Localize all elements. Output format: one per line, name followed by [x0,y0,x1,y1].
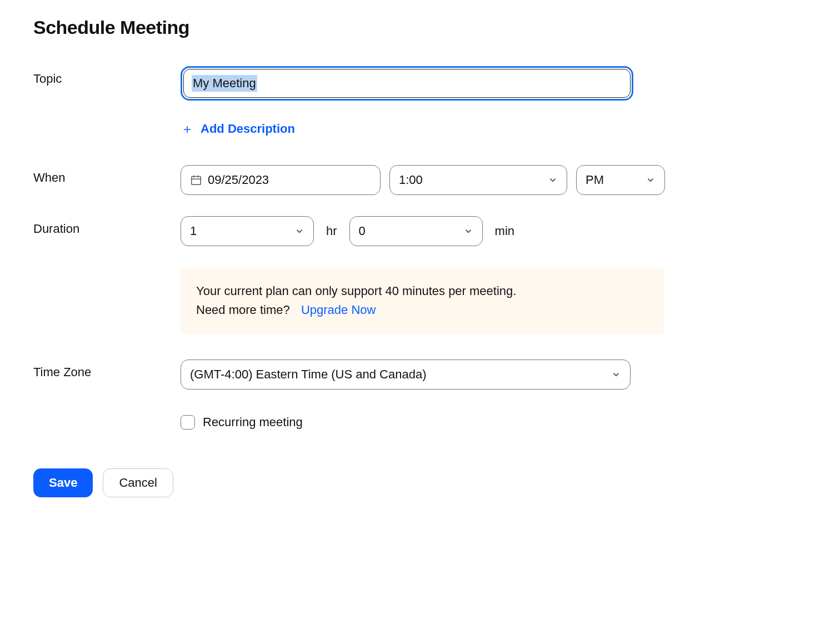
plan-notice-line2-prefix: Need more time? [196,303,290,317]
when-label: When [33,165,181,185]
recurring-row: Recurring meeting [33,415,807,430]
timezone-label: Time Zone [33,360,181,380]
chevron-down-icon [548,175,558,185]
chevron-down-icon [294,226,304,236]
topic-input[interactable]: My Meeting [183,69,631,98]
when-row: When 09/25/2023 1:00 PM [33,165,807,195]
save-button[interactable]: Save [33,468,93,497]
timezone-row: Time Zone (GMT-4:00) Eastern Time (US an… [33,360,807,390]
svg-rect-0 [192,177,201,185]
duration-minutes-select[interactable]: 0 [349,216,483,246]
duration-hours-select[interactable]: 1 [181,216,314,246]
chevron-down-icon [611,370,621,380]
timezone-select[interactable]: (GMT-4:00) Eastern Time (US and Canada) [181,360,631,390]
minutes-unit-label: min [492,224,518,238]
chevron-down-icon [463,226,473,236]
topic-input-value: My Meeting [192,75,257,92]
recurring-checkbox[interactable] [181,415,195,430]
chevron-down-icon [646,175,656,185]
calendar-icon [190,174,202,186]
add-description-label: Add Description [201,122,295,136]
action-buttons: Save Cancel [33,468,807,497]
upgrade-now-link[interactable]: Upgrade Now [301,303,376,317]
topic-label: Topic [33,66,181,86]
ampm-value: PM [586,173,604,187]
plan-limit-notice: Your current plan can only support 40 mi… [181,267,664,334]
plan-notice-row: Your current plan can only support 40 mi… [33,267,807,334]
time-select[interactable]: 1:00 [389,165,567,195]
topic-input-focus-ring: My Meeting [181,66,633,101]
page-title: Schedule Meeting [33,17,807,38]
duration-label: Duration [33,216,181,236]
date-picker[interactable]: 09/25/2023 [181,165,381,195]
plan-notice-line1: Your current plan can only support 40 mi… [196,282,648,301]
hours-unit-label: hr [323,224,341,238]
recurring-label: Recurring meeting [203,415,303,430]
duration-minutes-value: 0 [359,224,366,238]
duration-row: Duration 1 hr 0 min [33,216,807,246]
topic-row: Topic My Meeting [33,66,807,101]
plus-icon: ＋ [181,122,194,136]
ampm-select[interactable]: PM [576,165,665,195]
timezone-value: (GMT-4:00) Eastern Time (US and Canada) [190,367,427,382]
time-value: 1:00 [399,173,423,187]
date-value: 09/25/2023 [208,173,269,187]
cancel-button[interactable]: Cancel [103,468,173,497]
duration-hours-value: 1 [190,224,197,238]
add-description-button[interactable]: ＋ Add Description [181,122,807,136]
add-description-row: ＋ Add Description [33,122,807,136]
